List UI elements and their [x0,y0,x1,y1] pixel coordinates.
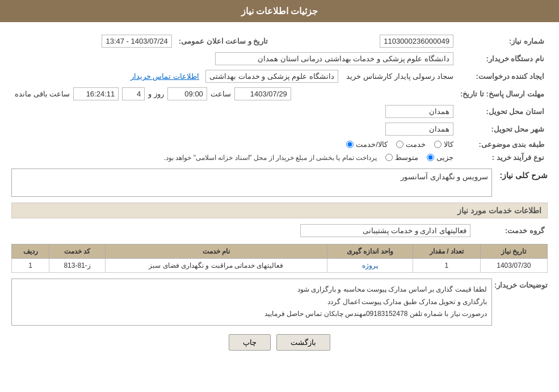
cell-tarikh: 1403/07/30 [480,259,547,273]
table-row: 1403/07/30 1 پروژه فعالیتهای خدماتی مراق… [12,259,548,273]
kalaKhedmat-label: کالا/خدمت [356,140,388,149]
ostan-label: استان محل تحویل: [457,103,548,120]
namDastgah-value: دانشگاه علوم پزشکی و خدمات بهداشتی درمان… [215,52,453,65]
mohlat-rooz-value: 4 [122,87,145,100]
mohlat-rooz-label: روز و [148,90,164,98]
cell-code: ز-81-813 [49,259,106,273]
radio-motavasset-input[interactable] [385,154,393,161]
radio-jozii-input[interactable] [427,154,434,161]
shomareNiaz-label: شماره نیاز: [457,32,548,50]
radio-motavasset: متوسط [385,153,418,162]
radio-kala-khedmat: کالا/خدمت [346,140,388,149]
motavasset-label: متوسط [395,153,418,162]
mohlat-baqi-value: 16:24:11 [73,87,119,100]
grohe-khedmat-label: گروه خدمت: [474,222,548,239]
noeFarayand-label: نوع فرآیند خرید : [457,151,548,164]
tozihat-value: لطفا قیمت گذاری بر اساس مدارک پیوست محاس… [11,279,492,326]
ettelaat-link[interactable]: اطلاعات تماس خریدار [131,72,199,81]
radio-kala-input[interactable] [434,141,442,148]
mohlat-baqi-label: ساعت باقی مانده [15,90,70,98]
tarikh-value: 1403/07/24 - 13:47 [102,35,171,48]
khedmat-label: خدمت [406,140,426,149]
mohlat-saat-label: ساعت [211,90,231,98]
buttons-row: بازگشت چاپ [11,334,548,351]
mohlat-saat-value: 09:00 [167,87,207,100]
tozihat-label: توضیحات خریدار: [497,279,548,289]
sharh-label: شرح کلی نیاز: [497,168,548,180]
ijadKonande-label: ایجاد کننده درخواست: [457,68,548,85]
cell-radif: 1 [12,259,49,273]
service-table: تاریخ نیاز تعداد / مقدار واحد اندازه گیر… [11,244,548,273]
col-vahad: واحد اندازه گیری [327,245,413,259]
col-tedad: تعداد / مقدار [413,245,480,259]
sharh-value: سرویس و نگهداری آسانسور [11,168,492,197]
kala-label: کالا [444,140,453,149]
cell-name: فعالیتهای خدماتی مراقبت و نگهداری فضای س… [106,259,327,273]
daftar-value: دانشگاه علوم پزشکی و خدمات بهداشتی [205,70,338,83]
namDastgah-label: نام دستگاه خریدار: [457,50,548,68]
service-section-title: اطلاعات خدمات مورد نیاز [11,203,548,218]
col-name: نام خدمت [106,245,327,259]
tarikh-label: تاریخ و ساعت اعلان عمومی: [175,32,285,50]
col-code: کد خدمت [49,245,106,259]
shahr-label: شهر محل تحویل: [457,120,548,138]
cell-tedad: 1 [413,259,480,273]
mohlat-date: 1403/07/29 [234,87,291,100]
shomareNiaz-value: 1103000236000049 [380,35,453,48]
print-button[interactable]: چاپ [229,334,271,351]
tabaghe-label: طبقه بندی موضوعی: [457,138,548,151]
radio-khedmat: خدمت [396,140,426,149]
ijadKonande-value: سجاد رسولی پایدار کارشناس خرید [346,72,453,81]
grohe-khedmat-value: فعالیتهای اداری و خدمات پشتیبانی [300,224,470,237]
cell-vahad: پروژه [327,259,413,273]
back-button[interactable]: بازگشت [276,334,330,351]
ostan-value: همدان [385,105,453,118]
radio-kala: کالا [434,140,453,149]
farayand-desc: پرداخت تمام یا بخشی از مبلغ خریدار از مح… [164,154,377,162]
mohlat-label: مهلت ارسال پاسخ: تا تاریخ: [457,85,548,103]
col-radif: ردیف [12,245,49,259]
page-title: جزئیات اطلاعات نیاز [241,6,318,16]
col-tarikh: تاریخ نیاز [480,245,547,259]
radio-jozii: جزیی [427,153,453,162]
jozii-label: جزیی [436,153,453,162]
radio-khedmat-input[interactable] [396,141,404,148]
radio-kalaKhedmat-input[interactable] [346,141,354,148]
shahr-value: همدان [385,123,453,136]
page-header: جزئیات اطلاعات نیاز [0,0,559,22]
